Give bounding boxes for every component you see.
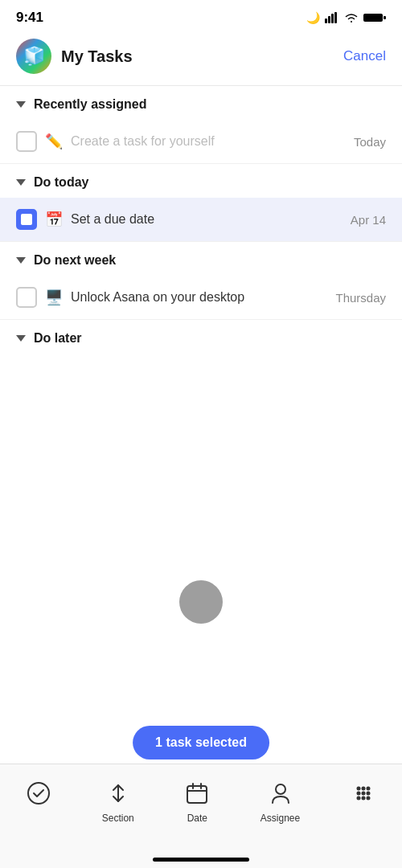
section-header-recently-assigned[interactable]: Recently assigned <box>0 86 402 120</box>
svg-point-13 <box>361 792 365 796</box>
task-date-unlock-asana: Thursday <box>335 291 386 305</box>
calendar-icon <box>183 779 211 808</box>
svg-point-14 <box>366 792 370 796</box>
chevron-down-icon <box>16 101 26 108</box>
action-assignee[interactable]: Assignee <box>260 779 300 824</box>
svg-point-17 <box>366 796 370 800</box>
svg-rect-4 <box>363 14 383 22</box>
home-indicator <box>153 858 249 862</box>
date-label: Date <box>187 813 207 824</box>
empty-space <box>0 354 402 514</box>
moon-icon: 🌙 <box>306 11 320 24</box>
svg-rect-3 <box>334 12 337 23</box>
grid-dots-icon <box>349 779 378 808</box>
sections-container: Recently assigned ✏️ Create a task for y… <box>0 86 402 514</box>
chevron-down-icon <box>16 179 26 186</box>
svg-point-12 <box>356 792 360 796</box>
section-label-do-next-week: Do next week <box>34 253 116 268</box>
action-complete[interactable] <box>24 779 53 808</box>
chevron-down-icon <box>16 257 26 264</box>
chevron-down-icon <box>16 335 26 342</box>
section-header-do-today[interactable]: Do today <box>0 164 402 198</box>
svg-rect-2 <box>331 14 334 23</box>
assignee-label: Assignee <box>260 813 300 824</box>
task-date-create-task: Today <box>354 135 386 149</box>
action-section[interactable]: Section <box>102 779 134 824</box>
svg-point-8 <box>276 784 285 794</box>
svg-point-6 <box>28 783 49 804</box>
task-icon-set-due-date: 📅 <box>45 211 63 228</box>
svg-rect-5 <box>384 16 386 19</box>
status-icons: 🌙 <box>306 11 386 24</box>
header: 🧊 My Tasks Cancel <box>0 31 402 85</box>
action-bar: Section Date Assignee <box>0 764 402 868</box>
svg-rect-1 <box>328 16 330 23</box>
wifi-icon <box>344 12 359 23</box>
avatar: 🧊 <box>16 39 51 74</box>
status-time: 9:41 <box>16 10 43 26</box>
selection-bar[interactable]: 1 task selected <box>133 726 269 760</box>
header-left: 🧊 My Tasks <box>16 39 133 74</box>
drag-indicator <box>179 580 223 624</box>
check-circle-icon <box>24 779 53 808</box>
action-more[interactable] <box>349 779 378 808</box>
svg-rect-7 <box>187 786 207 803</box>
section-label-do-later: Do later <box>34 331 82 346</box>
task-row-unlock-asana[interactable]: 🖥️ Unlock Asana on your desktop Thursday <box>0 276 402 320</box>
action-date[interactable]: Date <box>183 779 211 824</box>
task-icon-create-task: ✏️ <box>45 133 63 150</box>
task-row-set-due-date[interactable]: 📅 Set a due date Apr 14 <box>0 198 402 242</box>
svg-point-15 <box>356 796 360 800</box>
person-icon <box>266 779 295 808</box>
section-label: Section <box>102 813 134 824</box>
section-header-do-next-week[interactable]: Do next week <box>0 242 402 276</box>
status-bar: 9:41 🌙 <box>0 0 402 31</box>
battery-icon <box>363 12 386 23</box>
task-checkbox-set-due-date[interactable] <box>16 209 37 230</box>
section-label-recently-assigned: Recently assigned <box>34 97 147 112</box>
task-date-set-due-date: Apr 14 <box>351 213 386 227</box>
task-checkbox-create-task[interactable] <box>16 131 37 152</box>
svg-point-11 <box>366 787 370 791</box>
signal-icon <box>325 12 339 23</box>
section-label-do-today: Do today <box>34 175 88 190</box>
page-title: My Tasks <box>61 47 133 66</box>
svg-point-10 <box>361 787 365 791</box>
task-row-create-task[interactable]: ✏️ Create a task for yourself Today <box>0 120 402 164</box>
svg-point-16 <box>361 796 365 800</box>
svg-point-9 <box>356 787 360 791</box>
task-icon-unlock-asana: 🖥️ <box>45 289 63 306</box>
svg-rect-0 <box>325 18 327 23</box>
section-header-do-later[interactable]: Do later <box>0 320 402 354</box>
task-checkbox-unlock-asana[interactable] <box>16 287 37 308</box>
cancel-button[interactable]: Cancel <box>343 48 386 64</box>
task-text-set-due-date: Set a due date <box>71 212 351 227</box>
task-text-unlock-asana: Unlock Asana on your desktop <box>71 290 335 305</box>
task-text-create-task: Create a task for yourself <box>71 134 354 149</box>
section-arrows-icon <box>104 779 133 808</box>
